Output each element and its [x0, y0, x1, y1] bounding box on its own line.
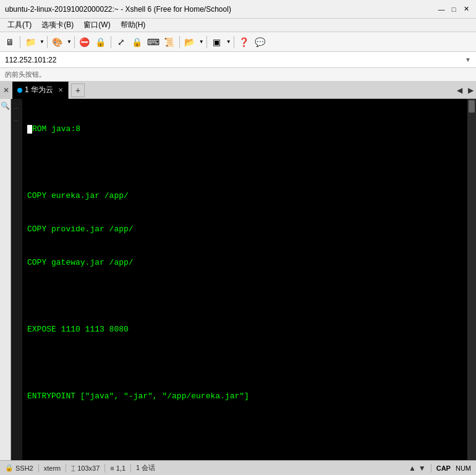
status-sep-2: [66, 464, 66, 473]
term-blank-2: [27, 291, 462, 302]
status-sep-5: [431, 464, 431, 473]
terminal-content: ROM java:8 COPY eureka.jar /app/ COPY pr…: [27, 101, 462, 460]
color-dropdown[interactable]: ▼: [66, 39, 72, 45]
folder-button[interactable]: 📂: [182, 35, 197, 49]
term-line-expose: EXPOSE 1110 1113 8080: [27, 324, 462, 335]
tab-bar: ✕ 1 华为云 ✕ + ◀ ▶: [0, 82, 476, 99]
term-tilde-1: ~: [27, 458, 462, 460]
lock-button[interactable]: 🔒: [130, 35, 145, 49]
dot-2: ...: [14, 114, 20, 125]
hint-bar: 的前头按钮。: [0, 68, 476, 82]
title-text: ubuntu-2-linux-20191002000022:~ - Xshell…: [5, 5, 231, 14]
menu-help[interactable]: 帮助(H): [116, 19, 151, 32]
term-text-copy2: COPY provide.jar /app/: [27, 225, 134, 234]
term-blank-1: [27, 157, 462, 168]
expand-button[interactable]: ⤢: [114, 35, 129, 49]
tab-nav-prev[interactable]: ◀: [454, 84, 465, 96]
status-size: ⌶ 103x37: [71, 464, 100, 472]
window-controls: — □ ✕: [436, 4, 471, 14]
address-bar: 112.252.101:22 ▼: [0, 52, 476, 68]
term-line-1: ROM java:8: [27, 124, 462, 135]
term-line-entry: ENTRYPOINT ["java", "-jar", "/app/eureka…: [27, 391, 462, 402]
status-protocol-text: SSH2: [15, 464, 33, 472]
term-text-from: ROM java:8: [32, 124, 80, 134]
toolbar: 🖥 📁 ▼ 🎨 ▼ ⛔ 🔒 ⤢ 🔒 ⌨ 📜 📂 ▼ ▣ ▼ ❓ 💬: [0, 32, 476, 52]
line-indicators: ... ...: [11, 99, 22, 460]
minimize-button[interactable]: —: [436, 4, 446, 14]
status-num-indicator: NUM: [456, 464, 471, 472]
open-dropdown[interactable]: ▼: [39, 39, 45, 45]
num-label: NUM: [456, 464, 471, 472]
tab-add-button[interactable]: +: [71, 83, 85, 97]
hint-text: 的前头按钮。: [5, 70, 46, 79]
capture-button[interactable]: 🔒: [93, 35, 108, 49]
keys-button[interactable]: ▣: [210, 35, 224, 49]
status-arrows: ▲ ▼: [409, 464, 426, 473]
stop-button[interactable]: ⛔: [77, 35, 92, 49]
tab-label: 1 华为云: [25, 85, 53, 95]
term-text-expose: EXPOSE 1110 1113 8080: [27, 325, 129, 334]
address-text: 112.252.101:22: [5, 56, 465, 64]
keyboard-button[interactable]: ⌨: [146, 35, 161, 49]
status-terminal-type: xterm: [44, 464, 61, 472]
term-text-entry: ENTRYPOINT ["java", "-jar", "/app/eureka…: [27, 392, 249, 401]
title-bar: ubuntu-2-linux-20191002000022:~ - Xshell…: [0, 0, 476, 19]
search-icon[interactable]: 🔍: [1, 101, 10, 110]
term-line-copy2: COPY provide.jar /app/: [27, 224, 462, 235]
menu-window[interactable]: 窗口(W): [79, 19, 115, 32]
tab-close-left[interactable]: ✕: [0, 82, 12, 99]
chat-button[interactable]: 💬: [253, 35, 268, 49]
keys-dropdown[interactable]: ▼: [226, 39, 231, 45]
cursor: [27, 125, 32, 134]
toolbar-sep-6: [206, 36, 207, 48]
tab-status-dot: [17, 88, 22, 93]
status-protocol: 🔒 SSH2: [5, 464, 33, 472]
term-blank-4: [27, 424, 462, 435]
status-position-text: 1,1: [116, 464, 125, 472]
menu-bar: 工具(T) 选项卡(B) 窗口(W) 帮助(H): [0, 19, 476, 32]
folder-dropdown[interactable]: ▼: [198, 39, 204, 45]
tab-navigation: ◀ ▶: [454, 84, 476, 96]
vertical-scrollbar[interactable]: [467, 99, 476, 460]
address-dropdown-arrow[interactable]: ▼: [465, 56, 471, 63]
menu-tools[interactable]: 工具(T): [2, 19, 36, 32]
color-button[interactable]: 🎨: [50, 35, 65, 49]
status-position: ≡ 1,1: [110, 464, 125, 472]
status-sep-1: [38, 464, 39, 473]
status-sessions: 1 会话: [136, 463, 155, 473]
status-sep-3: [104, 464, 105, 473]
scroll-down-button[interactable]: ▼: [419, 464, 426, 473]
status-bar: 🔒 SSH2 xterm ⌶ 103x37 ≡ 1,1 1 会话 ▲ ▼ CAP…: [0, 460, 476, 475]
status-size-text: 103x37: [77, 464, 100, 472]
term-line-copy3: COPY gateway.jar /app/: [27, 257, 462, 268]
menu-tabs[interactable]: 选项卡(B): [36, 19, 79, 32]
dot-1: ...: [14, 101, 20, 113]
toolbar-sep-1: [20, 36, 20, 48]
toolbar-sep-7: [234, 36, 234, 48]
status-position-icon: ≡: [110, 464, 114, 472]
tab-1[interactable]: 1 华为云 ✕: [12, 82, 69, 99]
status-icon-lock: 🔒: [5, 464, 14, 472]
cap-label: CAP: [436, 464, 451, 472]
tab-close-button[interactable]: ✕: [58, 87, 63, 93]
new-session-button[interactable]: 🖥: [2, 35, 17, 49]
main-area: 🔍 ... ... ROM java:8 COPY eureka.jar /ap…: [0, 99, 476, 460]
help-button[interactable]: ❓: [237, 35, 252, 49]
terminal[interactable]: ROM java:8 COPY eureka.jar /app/ COPY pr…: [22, 99, 467, 460]
script-button[interactable]: 📜: [162, 35, 177, 49]
term-blank-3: [27, 357, 462, 369]
scroll-up-button[interactable]: ▲: [409, 464, 416, 473]
status-terminal-text: xterm: [44, 464, 61, 472]
term-line-copy1: COPY eureka.jar /app/: [27, 190, 462, 202]
toolbar-sep-4: [111, 36, 111, 48]
toolbar-sep-3: [74, 36, 75, 48]
term-text-copy3: COPY gateway.jar /app/: [27, 258, 134, 267]
close-button[interactable]: ✕: [461, 4, 471, 14]
maximize-button[interactable]: □: [449, 4, 459, 14]
status-size-icon: ⌶: [71, 464, 75, 472]
search-panel: 🔍: [0, 99, 11, 460]
scrollbar-thumb[interactable]: [469, 100, 475, 113]
open-button[interactable]: 📁: [23, 35, 38, 49]
tab-nav-next[interactable]: ▶: [465, 84, 476, 96]
term-text-copy1: COPY eureka.jar /app/: [27, 191, 129, 200]
